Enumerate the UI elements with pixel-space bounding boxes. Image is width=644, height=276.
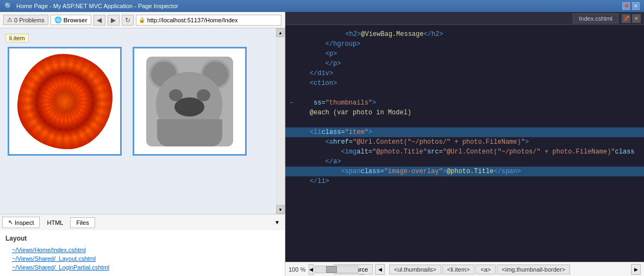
file-link-layout[interactable]: ~/Views/Shared/_Layout.cshtml — [5, 254, 279, 263]
browser-label: Browser — [64, 17, 87, 23]
refresh-button[interactable]: ↻ — [122, 15, 134, 26]
zoom-level: 100 % — [289, 266, 305, 273]
code-line-11: <li class="item"> — [285, 127, 644, 137]
breadcrumb-ul-thumbnails[interactable]: <ul.thumbnails> — [389, 265, 441, 274]
koala-photo — [136, 51, 243, 152]
code-area: <h2>@ViewBag.Message</h2> </hgroup> <p> — [285, 25, 644, 262]
code-line-13: <img alt="@photo.Title" src="@Url.Conten… — [285, 147, 644, 157]
editor-tab[interactable]: Index.cshtml — [573, 14, 618, 23]
scroll-track — [277, 38, 284, 205]
flower-photo — [11, 51, 118, 152]
editor-title-bar: Index.cshtml 📌 ✕ — [285, 12, 644, 25]
breadcrumb-a[interactable]: <a> — [476, 265, 496, 274]
files-panel: Layout ~/Views/Home/Index.cshtml ~/Views… — [0, 230, 285, 276]
code-line-3: <p> — [285, 49, 644, 59]
editor-close-button[interactable]: ✕ — [632, 14, 641, 23]
code-line-4: </p> — [285, 59, 644, 69]
collapse-icon-1 — [290, 29, 294, 39]
code-line-1: <h2>@ViewBag.Message</h2> — [285, 29, 644, 39]
html-label: HTML — [47, 219, 63, 226]
file-link-index[interactable]: ~/Views/Home/Index.cshtml — [5, 246, 279, 254]
close-button[interactable]: ✕ — [632, 2, 640, 10]
photo-item-1 — [8, 47, 122, 156]
zoom-scroll-container: ◀ ▶ — [309, 264, 332, 275]
viewport-content: li.item — [0, 28, 285, 163]
file-link-login[interactable]: ~/Views/Shared/_LoginPartial.cshtml — [5, 263, 279, 272]
zoom-scrollbar[interactable] — [315, 266, 358, 273]
code-line-6: <ction> — [285, 78, 644, 88]
left-panel: ⚠ 0 Problems 🌐 Browser ◀ ▶ ↻ 🔒 http://lo… — [0, 12, 285, 276]
code-line-5: </div> — [285, 69, 644, 78]
code-line-14: </a> — [285, 157, 644, 167]
photo-grid — [5, 45, 274, 158]
koala-image — [146, 57, 233, 146]
breadcrumb-left-arrow[interactable]: ◀ — [375, 264, 385, 275]
right-panel: Index.cshtml 📌 ✕ <h2>@ViewBag.Message</h… — [285, 12, 644, 276]
inspect-label: Inspect — [15, 219, 34, 226]
breadcrumb-li-item[interactable]: <li.item> — [442, 265, 475, 274]
app-icon: 🔍 — [4, 2, 13, 10]
zoom-left-button[interactable]: ◀ — [309, 264, 314, 275]
browser-button[interactable]: 🌐 Browser — [51, 15, 91, 25]
zoom-thumb — [326, 266, 337, 273]
lock-icon: 🔒 — [139, 17, 145, 23]
scroll-down-arrow[interactable]: ▼ — [276, 205, 285, 214]
breadcrumb-nav: ◀ — [375, 264, 385, 275]
code-line-8: – ss="thumbnails"> — [285, 98, 644, 108]
item-badge: li.item — [5, 34, 29, 42]
toolbar: ⚠ 0 Problems 🌐 Browser ◀ ▶ ↻ 🔒 http://lo… — [0, 12, 285, 28]
tabs-expand-button[interactable]: ▼ — [272, 217, 283, 228]
problems-label: 0 Problems — [14, 17, 45, 23]
pin-button[interactable]: 📌 — [622, 2, 630, 10]
browser-icon: 🌐 — [54, 16, 62, 23]
url-text[interactable]: http://localhost:51137/Home/Index — [147, 17, 238, 23]
photo-item-2 — [133, 47, 247, 156]
cursor-icon: ↖ — [8, 219, 13, 226]
warning-icon: ⚠ — [7, 16, 12, 23]
editor-pin-button[interactable]: 📌 — [622, 14, 630, 23]
title-bar: 🔍 Home Page - My ASP.NET MVC Application… — [0, 0, 644, 12]
html-tab[interactable]: HTML — [41, 217, 69, 228]
inspect-tab[interactable]: ↖ Inspect — [2, 217, 40, 228]
code-line-12: <a href="@Url.Content("~/photos/" + phot… — [285, 137, 644, 147]
bottom-tabs: ↖ Inspect HTML Files ▼ — [0, 214, 285, 230]
code-line-16: </li> — [285, 176, 644, 186]
problems-button[interactable]: ⚠ 0 Problems — [3, 15, 48, 25]
url-bar: 🔒 http://localhost:51137/Home/Index — [136, 15, 282, 26]
breadcrumb-right-arrow[interactable]: ▶ — [631, 264, 641, 275]
files-tab[interactable]: Files — [70, 217, 95, 228]
breadcrumb-img-thumbnail-border[interactable]: <img.thumbnail-border> — [497, 265, 570, 274]
status-bar: 100 % ◀ ▶ ⟺ Source ◀ <ul.thumbnails> <li… — [285, 262, 644, 276]
layout-heading: Layout — [5, 235, 279, 242]
scroll-up-arrow[interactable]: ▲ — [276, 28, 285, 37]
browser-viewport: li.item — [0, 28, 285, 214]
window-title: Home Page - My ASP.NET MVC Application -… — [16, 3, 178, 9]
code-line-10 — [285, 118, 644, 127]
forward-button[interactable]: ▶ — [108, 15, 120, 26]
code-line-9: @each (var photo in Model) — [285, 108, 644, 118]
code-line-2: </hgroup> — [285, 39, 644, 49]
back-button[interactable]: ◀ — [93, 15, 105, 26]
code-line-7 — [285, 88, 644, 98]
flower-image — [17, 54, 112, 149]
collapse-icon-8[interactable]: – — [290, 98, 293, 108]
files-label: Files — [76, 219, 89, 226]
code-line-15: <span class="image-overlay">@photo.Title… — [285, 167, 644, 176]
main-container: ⚠ 0 Problems 🌐 Browser ◀ ▶ ↻ 🔒 http://lo… — [0, 12, 644, 276]
breadcrumb-bar: <ul.thumbnails> <li.item> <a> <img.thumb… — [389, 265, 570, 274]
viewport-scrollbar[interactable]: ▲ ▼ — [276, 28, 285, 214]
